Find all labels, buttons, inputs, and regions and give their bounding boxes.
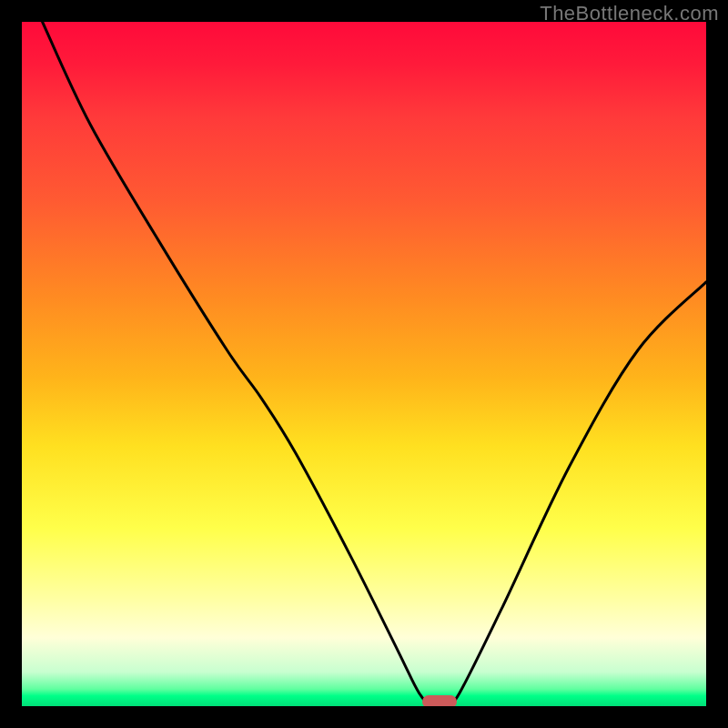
chart-frame: TheBottleneck.com bbox=[0, 0, 728, 728]
optimal-marker bbox=[422, 695, 457, 706]
plot-area bbox=[22, 22, 706, 706]
watermark-text: TheBottleneck.com bbox=[540, 2, 719, 25]
bottleneck-curve bbox=[22, 22, 706, 706]
